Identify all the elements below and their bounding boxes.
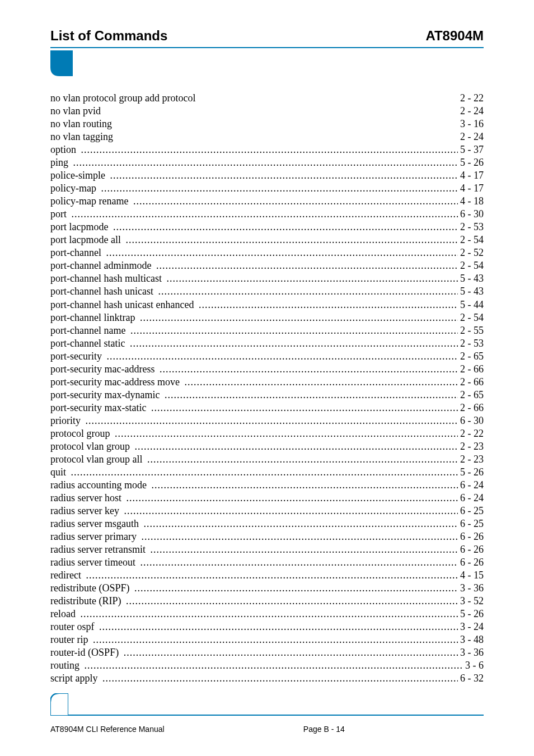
toc-label: no vlan pvid	[50, 105, 101, 118]
toc-page: 5 - 44	[460, 298, 484, 311]
toc-row: policy-map rename 4 - 18	[50, 195, 484, 208]
toc-row: router ospf 3 - 24	[50, 620, 484, 633]
toc-leader	[182, 376, 457, 389]
toc-page: 6 - 30	[460, 414, 484, 427]
toc-row: protocol vlan group all 2 - 23	[50, 453, 484, 466]
toc-page: 6 - 30	[460, 208, 484, 221]
toc-leader	[121, 646, 458, 659]
toc-leader	[139, 530, 457, 543]
toc-row: radius server msgauth 6 - 25	[50, 517, 484, 530]
toc-row: port-security mac-address move 2 - 66	[50, 376, 484, 389]
toc-row: port lacpmode all 2 - 54	[50, 234, 484, 246]
toc-row: script apply 6 - 32	[50, 672, 484, 685]
toc-leader	[83, 569, 457, 582]
toc-leader	[107, 169, 457, 182]
toc-row: radius accounting mode 6 - 24	[50, 479, 484, 492]
toc-page: 6 - 25	[460, 517, 484, 530]
footer-notch-icon	[50, 693, 68, 716]
toc-row: radius server key 6 - 25	[50, 505, 484, 517]
toc-page: 2 - 66	[460, 402, 484, 414]
toc-label: radius server timeout	[50, 556, 135, 569]
toc-page: 2 - 52	[460, 246, 484, 259]
toc-leader	[162, 389, 458, 402]
toc-label: policy-map	[50, 182, 96, 195]
toc-label: port	[50, 208, 67, 221]
toc-label: port lacpmode	[50, 221, 108, 234]
toc-row: port-security max-dynamic 2 - 65	[50, 389, 484, 402]
toc-page: 3 - 6	[465, 659, 484, 672]
toc-leader	[128, 337, 458, 350]
toc-label: port-channel static	[50, 337, 125, 350]
toc-leader	[123, 234, 457, 246]
toc-leader	[104, 246, 457, 259]
toc-label: no vlan protocol group add protocol	[50, 92, 195, 105]
toc-row: redirect 4 - 15	[50, 569, 484, 582]
toc-row: redistribute (RIP) 3 - 52	[50, 595, 484, 608]
toc-page: 6 - 32	[460, 672, 484, 685]
toc-leader	[111, 221, 458, 234]
toc-leader	[156, 285, 457, 298]
toc-row: port-security mac-address 2 - 66	[50, 363, 484, 376]
toc-page: 2 - 23	[460, 440, 484, 453]
toc-row: radius server primary 6 - 26	[50, 530, 484, 543]
toc-row: port-channel adminmode 2 - 54	[50, 259, 484, 272]
toc-page: 4 - 18	[460, 195, 484, 208]
toc-row: port lacpmode 2 - 53	[50, 221, 484, 234]
toc-row: no vlan tagging2 - 24	[50, 130, 484, 143]
toc-row: router rip 3 - 48	[50, 633, 484, 646]
toc-label: script apply	[50, 672, 97, 685]
toc-page: 2 - 53	[460, 337, 484, 350]
toc-label: police-simple	[50, 169, 105, 182]
toc-page: 6 - 26	[460, 543, 484, 556]
toc-label: port-channel name	[50, 324, 125, 337]
toc-page: 3 - 52	[460, 595, 484, 608]
toc-row: port-channel hash unicast enhanced 5 - 4…	[50, 298, 484, 311]
toc-label: port-security max-static	[50, 402, 146, 414]
toc-row: no vlan protocol group add protocol2 - 2…	[50, 92, 484, 105]
toc-page: 5 - 26	[460, 608, 484, 620]
toc-page: 6 - 26	[460, 530, 484, 543]
toc-label: option	[50, 143, 76, 156]
toc-leader	[113, 427, 458, 440]
toc-label: ping	[50, 156, 68, 169]
toc-leader	[121, 505, 457, 517]
toc-row: ping 5 - 26	[50, 156, 484, 169]
toc-label: radius server key	[50, 505, 119, 517]
toc-row: radius server retransmit 6 - 26	[50, 543, 484, 556]
toc-leader	[148, 543, 457, 556]
toc-row: port 6 - 30	[50, 208, 484, 221]
toc-row: port-security max-static 2 - 66	[50, 402, 484, 414]
toc-label: priority	[50, 414, 81, 427]
toc-row: reload 5 - 26	[50, 608, 484, 620]
toc-page: 2 - 24	[460, 130, 484, 143]
toc-leader	[97, 620, 458, 633]
toc-leader	[104, 350, 457, 363]
toc-label: radius accounting mode	[50, 479, 147, 492]
toc-leader	[132, 440, 457, 453]
toc-page: 2 - 54	[460, 311, 484, 324]
toc-leader	[79, 143, 458, 156]
toc-page: 5 - 26	[460, 466, 484, 479]
toc-page: 4 - 15	[460, 569, 484, 582]
toc-label: port-security max-dynamic	[50, 389, 160, 402]
toc-page: 3 - 16	[460, 118, 484, 130]
toc-page: 2 - 53	[460, 221, 484, 234]
toc-leader	[100, 672, 458, 685]
toc-leader	[138, 556, 457, 569]
toc-leader	[149, 479, 457, 492]
toc-label: port-channel hash unicast enhanced	[50, 298, 194, 311]
toc-label: port-channel hash multicast	[50, 272, 162, 285]
toc-leader	[196, 298, 458, 311]
toc-label: no vlan routing	[50, 118, 112, 130]
toc-label: redirect	[50, 569, 81, 582]
toc-page: 6 - 25	[460, 505, 484, 517]
toc-label: port-channel linktrap	[50, 311, 135, 324]
toc-leader	[138, 311, 458, 324]
toc-page: 2 - 66	[460, 363, 484, 376]
toc-row: redistribute (OSPF) 3 - 36	[50, 582, 484, 595]
toc-leader	[83, 414, 458, 427]
toc-label: port lacpmode all	[50, 234, 121, 246]
header-rule	[50, 47, 484, 48]
toc-leader	[69, 466, 458, 479]
toc-label: radius server primary	[50, 530, 137, 543]
